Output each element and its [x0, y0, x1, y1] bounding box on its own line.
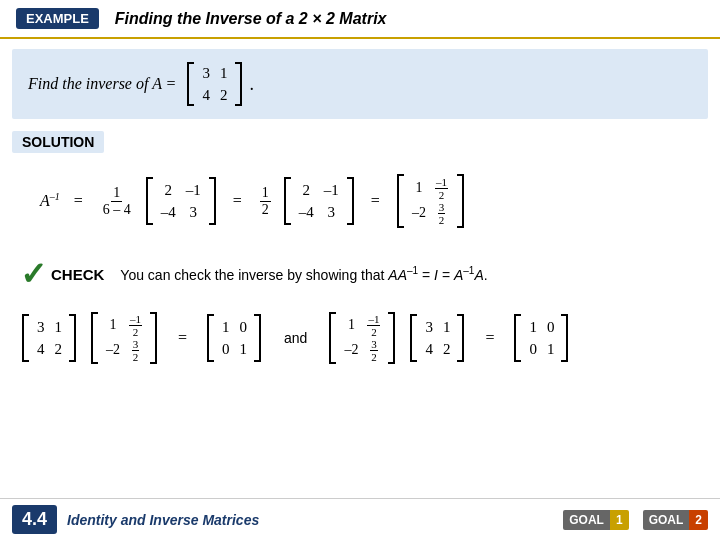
and-text: and [284, 330, 307, 346]
goal2-badge: GOAL 2 [643, 510, 708, 530]
eq1-matrix2: 1 –12 –2 32 [89, 311, 160, 365]
solution-label-container: SOLUTION [0, 125, 720, 159]
footer-title: Identity and Inverse Matrices [67, 512, 259, 528]
header-bar: EXAMPLE Finding the Inverse of a 2 × 2 M… [0, 0, 720, 39]
goal2-label: GOAL [643, 510, 690, 530]
half-coeff: 1 2 [260, 185, 271, 218]
result-matrix: 1 –12 –2 32 [394, 173, 467, 229]
goal-badges: GOAL 1 GOAL 2 [557, 510, 708, 530]
matrix-1: 2–1 –43 [143, 176, 219, 226]
goal2-num: 2 [689, 510, 708, 530]
period: . [249, 74, 254, 95]
eq2-matrix1: 1 –12 –2 32 [327, 311, 398, 365]
section-badge: 4.4 [12, 505, 57, 534]
eq2-equals: = [485, 329, 494, 347]
formula-line: A–1 = 1 6 – 4 2–1 –43 = 1 2 2–1 –43 [0, 159, 720, 243]
check-description: You can check the inverse by showing tha… [120, 265, 487, 283]
page-title: Finding the Inverse of a 2 × 2 Matrix [115, 10, 387, 28]
goal1-label: GOAL [563, 510, 610, 530]
check-label: CHECK [51, 266, 104, 283]
check-icon: ✓ [20, 255, 47, 293]
goal1-num: 1 [610, 510, 629, 530]
eq1-equals: = [178, 329, 187, 347]
matrix-2: 2–1 –43 [281, 176, 357, 226]
problem-text: Find the inverse of A = [28, 75, 176, 93]
goal1-badge: GOAL 1 [563, 510, 628, 530]
eq1-result: 10 01 [205, 313, 264, 363]
example-badge: EXAMPLE [16, 8, 99, 29]
eq2-result: 10 01 [512, 313, 571, 363]
eq1-matrix1: 31 42 [20, 313, 79, 363]
solution-label: SOLUTION [12, 131, 104, 153]
problem-area: Find the inverse of A = 31 42 . [12, 49, 708, 119]
problem-matrix: 31 42 [184, 61, 245, 107]
equations-row: 31 42 1 –12 –2 32 = 10 01 [0, 305, 720, 371]
check-section: ✓ CHECK You can check the inverse by sho… [0, 247, 720, 301]
footer-left: 4.4 Identity and Inverse Matrices [12, 505, 259, 534]
eq2-matrix2: 31 42 [408, 313, 467, 363]
fraction-coeff: 1 6 – 4 [101, 185, 133, 218]
footer: 4.4 Identity and Inverse Matrices GOAL 1… [0, 498, 720, 540]
formula-lhs: A–1 [40, 191, 60, 210]
